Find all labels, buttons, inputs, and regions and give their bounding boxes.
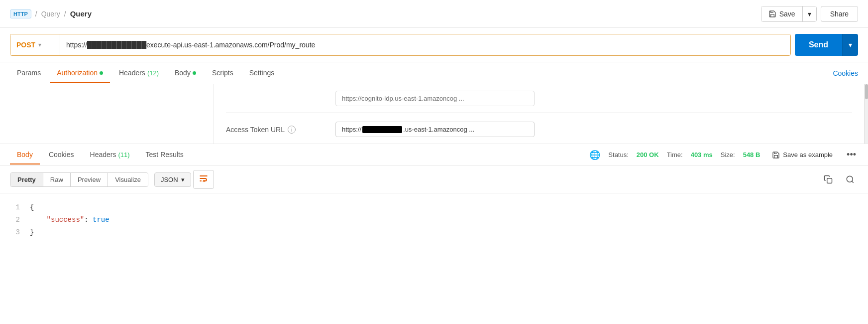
pretty-view-button[interactable]: Pretty bbox=[10, 173, 43, 186]
response-headers-count: (11) bbox=[118, 151, 129, 159]
svg-point-3 bbox=[847, 176, 853, 182]
view-button-group: Pretty Raw Preview Visualize bbox=[10, 172, 148, 187]
send-dropdown-button[interactable]: ▾ bbox=[842, 34, 858, 56]
chevron-down-icon: ▾ bbox=[849, 41, 852, 49]
json-key-success: "success" bbox=[47, 216, 85, 224]
breadcrumb-query[interactable]: Query bbox=[41, 10, 60, 18]
tab-settings-label: Settings bbox=[249, 69, 275, 77]
save-dropdown-button[interactable]: ▾ bbox=[802, 6, 816, 21]
scrollbar-thumb bbox=[865, 84, 868, 99]
json-value-true: true bbox=[93, 216, 109, 224]
tab-settings[interactable]: Settings bbox=[242, 64, 282, 83]
auth-fields: https://cognito-idp.us-east-1.amazoncog … bbox=[214, 84, 864, 144]
response-cookies-label: Cookies bbox=[49, 151, 74, 159]
auth-top-row: https://cognito-idp.us-east-1.amazoncog … bbox=[226, 86, 852, 113]
method-selector[interactable]: POST ▾ bbox=[10, 34, 60, 55]
svg-rect-2 bbox=[827, 178, 832, 183]
authorization-dot bbox=[100, 71, 103, 75]
svg-line-4 bbox=[852, 181, 853, 182]
header-right: Save ▾ Share bbox=[761, 6, 858, 22]
copy-button[interactable] bbox=[820, 171, 836, 187]
auth-top-input[interactable]: https://cognito-idp.us-east-1.amazoncog … bbox=[335, 91, 535, 106]
format-selector[interactable]: JSON ▾ bbox=[154, 172, 191, 187]
tab-scripts-label: Scripts bbox=[212, 69, 233, 77]
http-badge: HTTP bbox=[10, 9, 31, 18]
share-button[interactable]: Share bbox=[821, 6, 858, 22]
breadcrumb-separator: / bbox=[35, 10, 37, 18]
search-button[interactable] bbox=[842, 171, 858, 187]
code-line-2: 2 "success": true bbox=[10, 214, 858, 226]
response-tab-test-results[interactable]: Test Results bbox=[139, 146, 191, 164]
request-tabs: Params Authorization Headers (12) Body S… bbox=[0, 62, 868, 84]
tab-body[interactable]: Body bbox=[168, 64, 203, 83]
response-tab-cookies[interactable]: Cookies bbox=[42, 146, 81, 164]
save-as-example-label: Save as example bbox=[783, 151, 833, 159]
visualize-view-button[interactable]: Visualize bbox=[108, 173, 148, 186]
response-tab-body[interactable]: Body bbox=[10, 146, 40, 164]
line-number-1: 1 bbox=[10, 201, 20, 214]
raw-view-button[interactable]: Raw bbox=[43, 173, 71, 186]
line-content-1: { bbox=[30, 201, 34, 214]
save-as-example-button[interactable]: Save as example bbox=[768, 149, 837, 161]
time-value: 403 ms bbox=[691, 151, 713, 159]
response-toolbar: Pretty Raw Preview Visualize JSON ▾ bbox=[0, 166, 868, 193]
format-chevron-icon: ▾ bbox=[181, 176, 185, 183]
access-token-url-prefix: https:// bbox=[342, 126, 361, 133]
save-button-group: Save ▾ bbox=[761, 6, 817, 22]
method-chevron-icon: ▾ bbox=[38, 41, 41, 48]
auth-top-url-prefix: https://cognito-idp.us-east-1.amazoncog … bbox=[342, 95, 464, 102]
tab-headers[interactable]: Headers (12) bbox=[112, 64, 166, 83]
response-tabs-bar: Body Cookies Headers (11) Test Results 🌐… bbox=[0, 144, 868, 166]
size-label: Size: bbox=[721, 151, 735, 159]
more-options-button[interactable]: ••• bbox=[845, 150, 858, 160]
code-line-3: 3 } bbox=[10, 226, 858, 239]
headers-count: (12) bbox=[147, 69, 159, 77]
tab-scripts[interactable]: Scripts bbox=[205, 64, 240, 83]
access-token-url-label: Access Token URL i bbox=[226, 126, 326, 134]
preview-view-button[interactable]: Preview bbox=[71, 173, 108, 186]
send-button[interactable]: Send bbox=[795, 34, 842, 56]
time-label: Time: bbox=[667, 151, 683, 159]
url-input[interactable] bbox=[60, 34, 790, 55]
access-token-info-icon[interactable]: i bbox=[288, 126, 296, 134]
url-bar: POST ▾ Send ▾ bbox=[0, 28, 868, 62]
tab-authorization-label: Authorization bbox=[57, 69, 98, 77]
scrollbar[interactable] bbox=[864, 84, 868, 144]
tab-body-label: Body bbox=[175, 69, 191, 77]
search-icon bbox=[846, 175, 855, 184]
response-tab-headers[interactable]: Headers (11) bbox=[83, 146, 137, 164]
size-value: 548 B bbox=[743, 151, 760, 159]
send-button-group: Send ▾ bbox=[795, 34, 858, 56]
toolbar-right-icons bbox=[820, 171, 858, 187]
save-icon bbox=[768, 10, 776, 18]
access-token-url-suffix: .us-east-1.amazoncog ... bbox=[403, 126, 474, 133]
breadcrumb-separator2: / bbox=[64, 10, 66, 18]
line-number-3: 3 bbox=[10, 226, 20, 239]
method-label: POST bbox=[16, 41, 35, 49]
auth-section: https://cognito-idp.us-east-1.amazoncog … bbox=[0, 84, 868, 144]
format-label: JSON bbox=[161, 176, 178, 183]
tab-authorization[interactable]: Authorization bbox=[50, 64, 110, 83]
access-token-url-redacted bbox=[362, 126, 402, 133]
response-body-label: Body bbox=[17, 151, 33, 159]
copy-icon bbox=[824, 175, 833, 184]
tab-params-label: Params bbox=[17, 69, 41, 77]
response-headers-label: Headers bbox=[90, 151, 116, 159]
tab-headers-label: Headers bbox=[119, 69, 145, 77]
breadcrumb-current: Query bbox=[70, 9, 92, 18]
chevron-down-icon: ▾ bbox=[808, 10, 811, 18]
save-button[interactable]: Save bbox=[761, 6, 802, 21]
url-input-wrapper: POST ▾ bbox=[10, 34, 791, 56]
line-content-3: } bbox=[30, 226, 34, 239]
access-token-url-input[interactable]: https:// .us-east-1.amazoncog ... bbox=[335, 122, 535, 137]
save-label: Save bbox=[779, 10, 795, 18]
cookies-tab[interactable]: Cookies bbox=[833, 69, 858, 77]
auth-sidebar bbox=[0, 84, 214, 144]
status-value: 200 OK bbox=[637, 151, 659, 159]
save-example-icon bbox=[772, 151, 780, 159]
wrap-button[interactable] bbox=[193, 170, 214, 189]
code-area: 1 { 2 "success": true 3 } bbox=[0, 193, 868, 247]
header-left: HTTP / Query / Query bbox=[10, 9, 92, 18]
globe-icon: 🌐 bbox=[589, 150, 600, 161]
tab-params[interactable]: Params bbox=[10, 64, 48, 83]
